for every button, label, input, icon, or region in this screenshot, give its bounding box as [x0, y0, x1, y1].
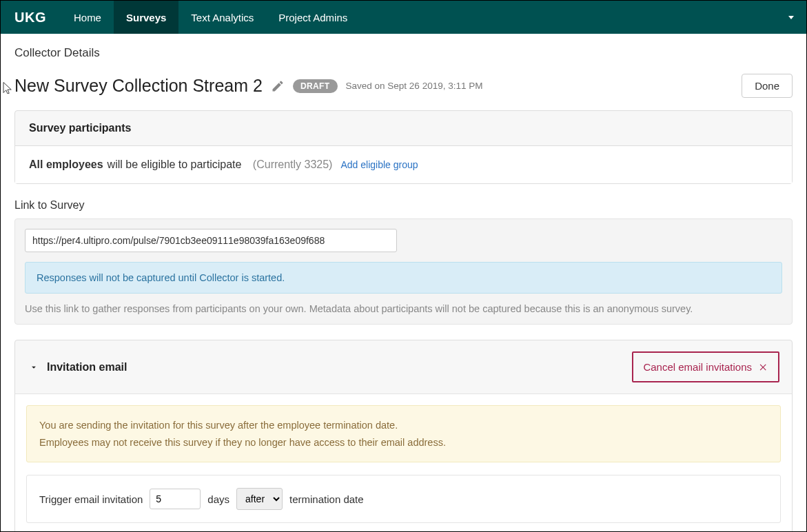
nav-home[interactable]: Home [61, 1, 114, 34]
participants-text: will be eligible to participate [108, 158, 242, 171]
status-badge: DRAFT [293, 79, 338, 93]
participants-panel: Survey participants All employees will b… [14, 110, 793, 184]
invitation-header-row: Invitation email Cancel email invitation… [15, 340, 792, 394]
cancel-invitations-highlight: Cancel email invitations [632, 351, 779, 382]
trigger-when-select[interactable]: after [236, 488, 283, 510]
cancel-email-invitations-label: Cancel email invitations [643, 361, 752, 373]
breadcrumb: Collector Details [14, 46, 793, 60]
warning-line-1: You are sending the invitation for this … [39, 417, 768, 434]
nav-text-analytics[interactable]: Text Analytics [178, 1, 266, 34]
warning-line-2: Employees may not receive this survey if… [39, 434, 768, 451]
participants-header: Survey participants [15, 111, 792, 146]
invitation-header: Invitation email [47, 361, 127, 374]
trigger-days-input[interactable] [150, 489, 201, 509]
caret-down-icon [788, 16, 794, 19]
trigger-row: Trigger email invitation days after term… [26, 475, 781, 523]
trigger-prefix: Trigger email invitation [39, 493, 143, 505]
done-button[interactable]: Done [742, 74, 793, 98]
add-eligible-group-link[interactable]: Add eligible group [340, 159, 418, 170]
survey-url-input[interactable] [25, 229, 397, 252]
info-alert: Responses will not be captured until Col… [25, 262, 782, 294]
page-title: New Survey Collection Stream 2 [14, 76, 263, 96]
participants-scope: All employees [29, 158, 103, 171]
link-section: Responses will not be captured until Col… [14, 218, 793, 325]
link-help-text: Use this link to gather responses from p… [25, 303, 782, 314]
top-nav: UKG Home Surveys Text Analytics Project … [1, 1, 806, 34]
edit-icon[interactable] [271, 79, 285, 93]
chevron-down-icon[interactable] [29, 362, 39, 372]
saved-timestamp: Saved on Sept 26 2019, 3:11 PM [346, 81, 483, 91]
invitation-panel: Invitation email Cancel email invitation… [14, 340, 793, 532]
trigger-suffix: termination date [289, 493, 364, 505]
warning-alert: You are sending the invitation for this … [26, 405, 781, 462]
nav-surveys[interactable]: Surveys [114, 1, 178, 34]
nav-project-admins[interactable]: Project Admins [266, 1, 360, 34]
cancel-email-invitations-link[interactable]: Cancel email invitations [643, 361, 768, 373]
participants-count: (Currently 3325) [253, 158, 333, 171]
trigger-days-label: days [207, 493, 229, 505]
link-section-label: Link to Survey [14, 199, 793, 212]
close-icon [759, 362, 768, 372]
brand-logo: UKG [1, 1, 61, 34]
user-menu[interactable] [776, 1, 806, 34]
